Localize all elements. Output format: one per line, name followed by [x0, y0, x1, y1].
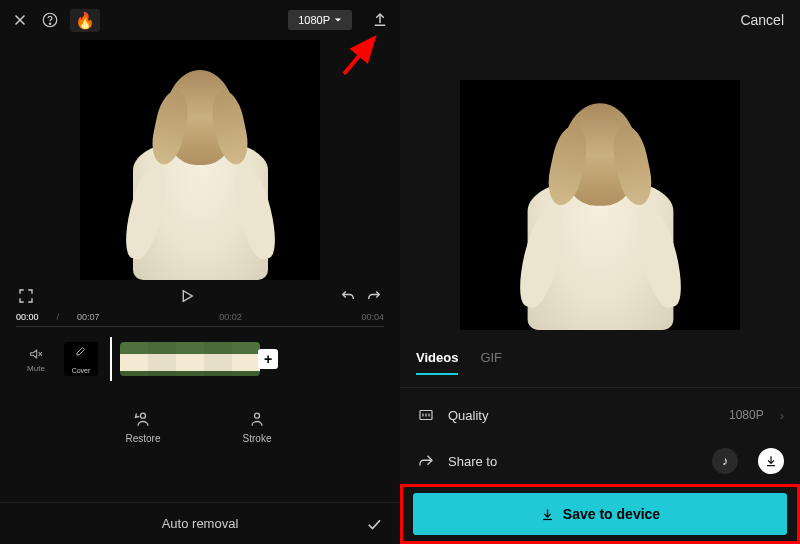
- chevron-right-icon: ›: [780, 408, 784, 423]
- export-tabs: Videos GIF: [400, 330, 800, 375]
- timeline-track[interactable]: Mute Cover +: [0, 335, 400, 383]
- save-highlight: Save to device: [400, 484, 800, 544]
- tab-videos[interactable]: Videos: [416, 350, 458, 375]
- save-to-device-button[interactable]: Save to device: [413, 493, 787, 535]
- time-mark: 00:04: [260, 312, 384, 322]
- cancel-button[interactable]: Cancel: [740, 12, 784, 28]
- mute-label: Mute: [27, 364, 45, 373]
- quality-row[interactable]: Quality 1080P ›: [400, 392, 800, 438]
- add-clip-button[interactable]: +: [258, 349, 278, 369]
- streak-icon[interactable]: 🔥: [70, 9, 100, 32]
- resolution-selector[interactable]: 1080P: [288, 10, 352, 30]
- download-icon: [540, 507, 555, 522]
- bottom-bar: Auto removal: [0, 502, 400, 544]
- close-icon[interactable]: [10, 10, 30, 30]
- redo-icon[interactable]: [364, 286, 384, 306]
- stroke-button[interactable]: Stroke: [230, 409, 284, 444]
- tiktok-icon: ♪: [722, 454, 728, 468]
- time-total: 00:07: [77, 312, 100, 322]
- share-label: Share to: [448, 454, 497, 469]
- restore-button[interactable]: Restore: [116, 409, 170, 444]
- effects-row: Restore Stroke: [0, 409, 400, 444]
- share-download-button[interactable]: [758, 448, 784, 474]
- editor-topbar: 🔥 1080P: [0, 0, 400, 40]
- time-current: 00:00: [16, 312, 39, 322]
- playhead[interactable]: [110, 337, 112, 381]
- mute-button[interactable]: Mute: [16, 346, 56, 373]
- cover-button[interactable]: Cover: [64, 342, 98, 376]
- share-icon: [416, 451, 436, 471]
- export-panel: Cancel Videos GIF Quality 1080P › Share …: [400, 0, 800, 544]
- preview-subject: [133, 70, 268, 280]
- timeline-ruler: 00:00 / 00:07 00:02 00:04: [0, 312, 400, 322]
- time-mark: 00:02: [118, 312, 242, 322]
- restore-label: Restore: [125, 433, 160, 444]
- video-clip[interactable]: [120, 342, 260, 376]
- video-preview[interactable]: [80, 40, 320, 280]
- quality-label: Quality: [448, 408, 488, 423]
- svg-point-4: [255, 413, 260, 418]
- caret-down-icon: [334, 16, 342, 24]
- confirm-icon[interactable]: [364, 514, 384, 534]
- resolution-label: 1080P: [298, 14, 330, 26]
- time-separator: /: [57, 312, 60, 322]
- help-icon[interactable]: [40, 10, 60, 30]
- svg-point-1: [49, 23, 50, 24]
- svg-point-3: [141, 413, 146, 418]
- save-label: Save to device: [563, 506, 660, 522]
- export-icon[interactable]: [370, 10, 390, 30]
- quality-value: 1080P: [729, 408, 764, 422]
- stroke-label: Stroke: [243, 433, 272, 444]
- export-preview: [460, 80, 740, 330]
- quality-icon: [416, 405, 436, 425]
- fullscreen-icon[interactable]: [16, 286, 36, 306]
- share-row: Share to ♪: [400, 438, 800, 484]
- share-tiktok-button[interactable]: ♪: [712, 448, 738, 474]
- editor-panel: 🔥 1080P: [0, 0, 400, 544]
- playback-controls: [0, 280, 400, 312]
- undo-icon[interactable]: [338, 286, 358, 306]
- play-button[interactable]: [177, 286, 197, 306]
- cover-label: Cover: [72, 367, 91, 374]
- bottom-label: Auto removal: [162, 516, 239, 531]
- tab-gif[interactable]: GIF: [480, 350, 502, 375]
